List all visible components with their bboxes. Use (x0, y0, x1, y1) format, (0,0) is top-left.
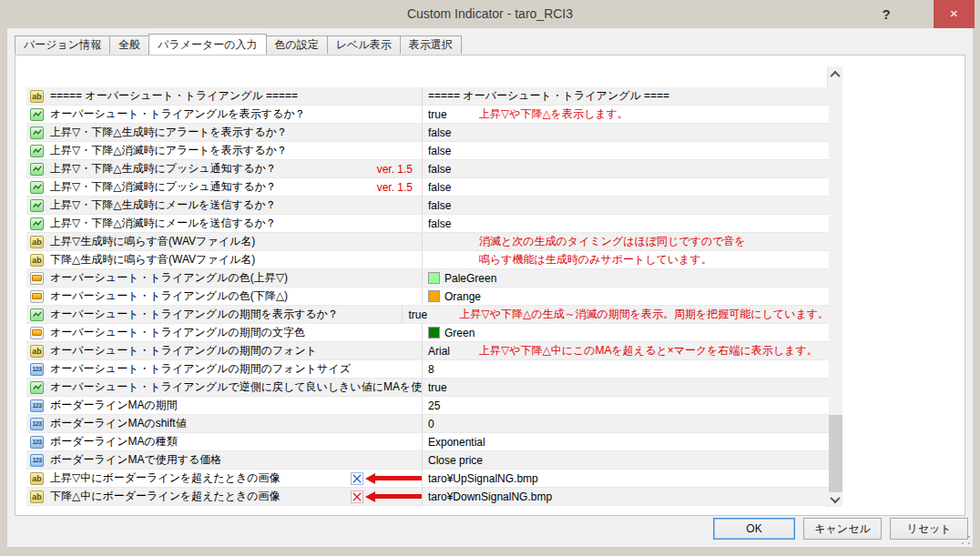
table-row[interactable]: 123 オーバーシュート・トライアングルの期間のフォントサイズ 8 (26, 360, 829, 379)
param-value: false (428, 181, 479, 194)
param-value: true (428, 381, 479, 394)
num-param-icon: 123 (30, 454, 44, 467)
param-value: false (428, 217, 479, 230)
param-value-cell[interactable]: PaleGreen (422, 269, 829, 287)
tab-2[interactable]: パラメーターの入力 (148, 34, 266, 55)
param-name: 上昇▽・下降△生成時にアラートを表示するか？ (50, 125, 288, 140)
param-value-cell[interactable]: false (422, 124, 829, 141)
param-name-cell: オーバーシュート・トライアングルを表示するか？ (26, 106, 422, 123)
table-row[interactable]: 上昇▽・下降△消滅時にアラートを表示するか？ false (26, 142, 829, 160)
annotation-arrow-icon (365, 473, 422, 484)
tab-1[interactable]: 全般 (109, 35, 149, 54)
param-value-cell[interactable]: true (422, 379, 829, 396)
param-value-cell[interactable]: Exponential (422, 433, 829, 450)
scrollbar-thumb[interactable] (828, 415, 842, 492)
ok-button[interactable]: OK (713, 518, 795, 540)
tab-bar: バージョン情報全般パラメーターの入力色の設定レベル表示表示選択 (15, 34, 461, 54)
close-button[interactable]: × (934, 0, 975, 28)
param-value-cell[interactable]: false (422, 160, 829, 177)
param-value-cell[interactable]: false (422, 197, 829, 214)
param-name-cell: 123 ボーダーラインMAのshift値 (26, 415, 422, 432)
version-note: ver. 1.5 (377, 181, 413, 194)
table-row[interactable]: オーバーシュート・トライアングルの期間の文字色 Green (26, 324, 829, 342)
param-value-cell[interactable]: true 上昇▽や下降△の生成～消滅の期間を表示。周期を把握可能にしています。 (402, 306, 829, 323)
scroll-down-button[interactable] (828, 491, 842, 507)
table-row[interactable]: 123 ボーダーラインMAで使用する価格 Close price (26, 451, 829, 470)
param-name: ボーダーラインMAの期間 (50, 398, 178, 413)
param-name: オーバーシュート・トライアングルを表示するか？ (50, 106, 306, 122)
table-row[interactable]: 上昇▽・下降△消滅時にメールを送信するか？ false (26, 215, 829, 233)
param-name-cell: 上昇▽・下降△消滅時にアラートを表示するか？ (26, 142, 422, 159)
param-name-cell: ab 下降△生成時に鳴らす音(WAVファイル名) (26, 251, 422, 268)
table-row[interactable]: オーバーシュート・トライアングルの色(下降△) Orange (26, 288, 829, 306)
param-name: 上昇▽・下降△生成時にメールを送信するか？ (50, 197, 276, 213)
table-row[interactable]: 上昇▽・下降△生成時にプッシュ通知するか？ ver. 1.5 false (26, 160, 829, 178)
table-row[interactable]: オーバーシュート・トライアングルの色(上昇▽) PaleGreen (26, 269, 829, 288)
param-name-cell: ab 上昇▽生成時に鳴らす音(WAVファイル名) (26, 233, 422, 250)
param-name: オーバーシュート・トライアングルの色(下降△) (50, 288, 288, 304)
cancel-button[interactable]: キャンセル (803, 518, 882, 540)
table-row[interactable]: オーバーシュート・トライアングルを表示するか？ true 上昇▽や下降△を表示し… (26, 106, 829, 124)
ab-param-icon: ab (30, 490, 44, 503)
table-row[interactable]: ab オーバーシュート・トライアングルの期間のフォント Arial 上昇▽や下降… (26, 342, 829, 360)
tab-0[interactable]: バージョン情報 (15, 35, 110, 54)
table-row[interactable]: 123 ボーダーラインMAの種類 Exponential (26, 433, 829, 451)
param-value-cell[interactable]: Close price (422, 451, 829, 469)
table-row[interactable]: ab 下降△中にボーダーラインを超えたときの画像 taro¥DownSignal… (26, 488, 829, 506)
param-value-cell[interactable]: taro¥UpSignalNG.bmp (422, 470, 829, 487)
table-row[interactable]: 上昇▽・下降△生成時にメールを送信するか？ false (26, 197, 829, 215)
chart-param-icon (30, 163, 44, 176)
param-value-cell[interactable]: 8 (422, 360, 829, 378)
table-row[interactable]: 123 ボーダーラインMAの期間 25 (26, 397, 829, 415)
table-row[interactable]: 上昇▽・下降△生成時にアラートを表示するか？ false (26, 124, 829, 142)
title-bar: Custom Indicator - taro_RCI3 ? × (0, 0, 980, 28)
param-value-cell[interactable]: taro¥DownSignalNG.bmp (422, 488, 829, 505)
param-value-cell[interactable]: 消滅と次の生成のタイミングはほぼ同じですので音を (422, 233, 829, 250)
tab-3[interactable]: 色の設定 (266, 35, 328, 54)
table-row[interactable]: ab 上昇▽中にボーダーラインを超えたときの画像 taro¥UpSignalNG… (26, 470, 829, 488)
table-row[interactable]: オーバーシュート・トライアングルで逆側に戻して良いしきい値にMAを使用する tr… (26, 379, 829, 397)
chevron-up-icon (830, 70, 840, 80)
param-value-cell[interactable]: false (422, 178, 829, 196)
vertical-scrollbar[interactable] (827, 66, 842, 507)
param-name-cell: 123 ボーダーラインMAの種類 (26, 433, 422, 450)
table-row[interactable]: 上昇▽・下降△消滅時にプッシュ通知するか？ ver. 1.5 false (26, 178, 829, 197)
annotation-note: 鳴らす機能は生成時のみサポートしています。 (479, 252, 712, 268)
param-value-cell[interactable]: Orange (422, 288, 829, 305)
table-row[interactable]: 123 ボーダーラインMAのshift値 0 (26, 415, 829, 433)
param-value: 8 (428, 363, 479, 376)
ab-param-icon: ab (30, 472, 44, 485)
resize-grip[interactable] (962, 536, 970, 544)
help-button[interactable]: ? (873, 0, 900, 28)
tab-4[interactable]: レベル表示 (327, 35, 401, 54)
annotation-note: 上昇▽や下降△の生成～消滅の期間を表示。周期を把握可能にしています。 (459, 307, 829, 322)
param-value-cell[interactable]: Arial 上昇▽や下降△中にこのMAを超えると×マークを右端に表示します。 (422, 342, 829, 359)
table-row[interactable]: ab ===== オーバーシュート・トライアングル ===== ===== オー… (26, 87, 829, 106)
num-param-icon: 123 (30, 363, 44, 376)
param-value-cell[interactable]: true 上昇▽や下降△を表示します。 (422, 106, 829, 123)
annotation-note: 消滅と次の生成のタイミングはほぼ同じですので音を (479, 234, 746, 249)
param-value-cell[interactable]: ===== オーバーシュート・トライアングル ==== (422, 87, 829, 105)
param-value-cell[interactable]: 鳴らす機能は生成時のみサポートしています。 (422, 251, 829, 268)
param-value: Close price (428, 454, 483, 467)
param-value-cell[interactable]: 0 (422, 415, 829, 432)
scroll-up-button[interactable] (828, 66, 842, 82)
param-value: false (428, 199, 479, 212)
table-row[interactable]: ab 下降△生成時に鳴らす音(WAVファイル名) 鳴らす機能は生成時のみサポート… (26, 251, 829, 269)
param-name: オーバーシュート・トライアングルの期間を表示するか？ (50, 307, 339, 322)
param-value-cell[interactable]: false (422, 142, 829, 159)
param-value-cell[interactable]: Green (422, 324, 829, 341)
reset-button[interactable]: リセット (890, 518, 968, 540)
param-name: 下降△生成時に鳴らす音(WAVファイル名) (50, 252, 255, 268)
param-value: 25 (428, 399, 479, 412)
param-name: 上昇▽中にボーダーラインを超えたときの画像 (50, 470, 281, 486)
table-row[interactable]: ab 上昇▽生成時に鳴らす音(WAVファイル名) 消滅と次の生成のタイミングはほ… (26, 233, 829, 251)
param-value-cell[interactable]: false (422, 215, 829, 232)
param-value-cell[interactable]: 25 (422, 397, 829, 414)
chart-param-icon (30, 308, 44, 321)
param-name: オーバーシュート・トライアングルの期間のフォントサイズ (50, 361, 351, 377)
table-row[interactable]: オーバーシュート・トライアングルの期間を表示するか？ true 上昇▽や下降△の… (26, 306, 829, 324)
tab-5[interactable]: 表示選択 (400, 35, 462, 54)
param-name-cell: 上昇▽・下降△消滅時にプッシュ通知するか？ ver. 1.5 (26, 178, 422, 196)
param-name: 上昇▽生成時に鳴らす音(WAVファイル名) (50, 234, 255, 249)
